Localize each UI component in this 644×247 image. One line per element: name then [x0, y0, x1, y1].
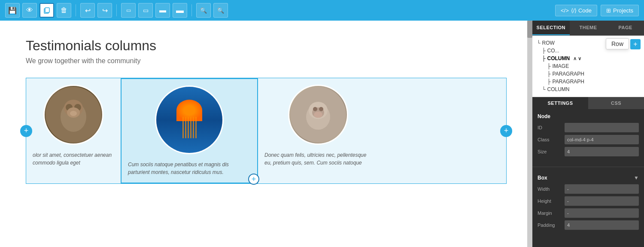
canvas-area[interactable]: Testimonials columns We grow together wi…: [0, 21, 532, 247]
tree-add-button[interactable]: +: [630, 39, 641, 49]
tab-page[interactable]: PAGE: [607, 21, 644, 35]
add-column-corner-button[interactable]: +: [248, 174, 259, 185]
tree-label-co: CO...: [547, 48, 559, 54]
tentacle-5: [193, 117, 194, 138]
code-label: ⟨/⟩ Code: [571, 7, 592, 14]
column-2[interactable]: Cum sociis natoque penatibus et magnis d…: [121, 78, 258, 183]
column-3[interactable]: Donec quam felis, ultricies nec, pellent…: [258, 78, 378, 183]
node-class-input[interactable]: [565, 135, 639, 144]
mobile-button[interactable]: ▭: [138, 3, 153, 18]
delete-button[interactable]: 🗑: [57, 3, 71, 18]
box-margin-row: Margin: [538, 208, 639, 218]
projects-label: Projects: [613, 7, 633, 14]
col-3-image: [288, 85, 348, 145]
col-1-text: olor sit amet, consectetuer aenean commo…: [33, 151, 114, 167]
page-subtitle: We grow together with the community: [26, 57, 507, 65]
svg-point-14: [319, 107, 323, 111]
node-id-label: ID: [538, 125, 561, 130]
box-title-text: Box: [538, 175, 547, 181]
projects-icon: ⊞: [606, 7, 611, 14]
col-2-text: Cum sociis natoque penatibus et magnis d…: [128, 161, 251, 176]
jellyfish-image: [156, 87, 222, 153]
tree-label-paragraph-1: PARAGRAPH: [553, 71, 584, 77]
desktop-button[interactable]: ▬: [173, 3, 187, 18]
node-id-input[interactable]: [565, 123, 639, 132]
box-width-label: Width: [538, 186, 561, 192]
node-size-input[interactable]: [565, 147, 639, 156]
mobile-sm-button[interactable]: ▭: [121, 3, 136, 18]
add-column-left-button[interactable]: +: [20, 125, 32, 137]
panel-tabs: SELECTION THEME PAGE: [532, 21, 644, 36]
tree-item-column-selected[interactable]: ├ COLUMN ∧ ∨: [537, 55, 640, 62]
lion-image: [45, 86, 102, 143]
right-panel: SELECTION THEME PAGE Row + └ ROW ├ CO...…: [532, 21, 644, 247]
add-column-right-button[interactable]: +: [500, 125, 512, 137]
box-padding-label: Padding: [538, 223, 561, 228]
zoom-out-button[interactable]: 🔍: [196, 3, 211, 18]
tree-indent-1b: ├: [542, 55, 546, 61]
zoom-in-button[interactable]: 🔍: [213, 3, 228, 18]
divider-1: [532, 167, 644, 167]
box-height-label: Height: [538, 198, 561, 204]
code-icon: </>: [561, 7, 569, 14]
svg-rect-1: [45, 8, 49, 12]
column-up-down-arrows[interactable]: ∧ ∨: [573, 56, 581, 61]
box-section-title: Box ▼: [538, 175, 639, 181]
tab-theme[interactable]: THEME: [570, 21, 607, 35]
node-class-row: Class: [538, 135, 639, 144]
box-margin-label: Margin: [538, 210, 561, 216]
tentacle-4: [190, 117, 191, 138]
settings-tabs: SETTINGS CSS: [532, 97, 644, 109]
tab-css[interactable]: CSS: [588, 97, 644, 109]
code-button[interactable]: </> ⟨/⟩ Code: [555, 5, 597, 16]
tree-label-row: ROW: [542, 40, 555, 46]
tab-settings[interactable]: SETTINGS: [532, 97, 588, 109]
save-button[interactable]: 💾: [5, 3, 20, 18]
svg-point-15: [314, 112, 322, 118]
copy-button[interactable]: [39, 3, 54, 18]
tree-item-column-2[interactable]: └ COLUMN: [537, 85, 640, 93]
tree-item-image[interactable]: ├ IMAGE: [537, 62, 640, 70]
tentacle-1: [182, 117, 184, 138]
tree-label-image: IMAGE: [553, 63, 569, 69]
box-padding-row: Padding: [538, 220, 639, 230]
box-width-input[interactable]: [565, 184, 639, 194]
tree-indent-1a: ├: [542, 48, 546, 54]
main-area: Testimonials columns We grow together wi…: [0, 21, 644, 247]
node-section: Node ID Class Size: [532, 109, 644, 163]
box-padding-input[interactable]: [565, 220, 639, 230]
tentacle-6: [195, 117, 197, 138]
settings-panel: Node ID Class Size Box: [532, 109, 644, 247]
pug-image: [289, 86, 347, 143]
redo-button[interactable]: ↪: [97, 3, 112, 18]
tree-item-paragraph-2[interactable]: ├ PARAGRAPH: [537, 78, 640, 85]
col-2-image: [155, 85, 224, 154]
tentacle-2: [185, 117, 186, 138]
tree-indent-2c: ├: [547, 79, 551, 85]
tree-item-paragraph-1[interactable]: ├ PARAGRAPH: [537, 70, 640, 78]
tab-selection[interactable]: SELECTION: [532, 21, 570, 35]
undo-button[interactable]: ↩: [80, 3, 95, 18]
col-1-image: [43, 85, 103, 145]
box-height-row: Height: [538, 196, 639, 206]
tree-label-column-2: COLUMN: [547, 86, 570, 92]
scroll-thumb: [527, 21, 532, 38]
separator-2: [116, 4, 117, 16]
columns-row[interactable]: +: [26, 78, 507, 184]
column-1[interactable]: olor sit amet, consectetuer aenean commo…: [26, 78, 121, 183]
box-height-input[interactable]: [565, 196, 639, 206]
tree-indent-2a: ├: [547, 63, 551, 69]
node-size-label: Size: [538, 149, 561, 154]
node-id-row: ID: [538, 123, 639, 132]
toolbar-right: </> ⟨/⟩ Code ⊞ Projects: [555, 5, 639, 16]
tooltip-text: Row: [611, 40, 623, 47]
chevron-down-icon: ▼: [634, 175, 639, 181]
tablet-button[interactable]: ▬: [155, 3, 170, 18]
box-margin-input[interactable]: [565, 208, 639, 218]
node-title-text: Node: [538, 113, 550, 119]
toolbar: 💾 👁 🗑 ↩ ↪ ▭ ▭ ▬ ▬ 🔍 🔍 </> ⟨/⟩ Code ⊞ Pro…: [0, 0, 644, 21]
node-size-row: Size: [538, 147, 639, 156]
canvas-scrollbar[interactable]: [527, 21, 532, 247]
preview-button[interactable]: 👁: [22, 3, 37, 18]
projects-button[interactable]: ⊞ Projects: [601, 5, 639, 16]
